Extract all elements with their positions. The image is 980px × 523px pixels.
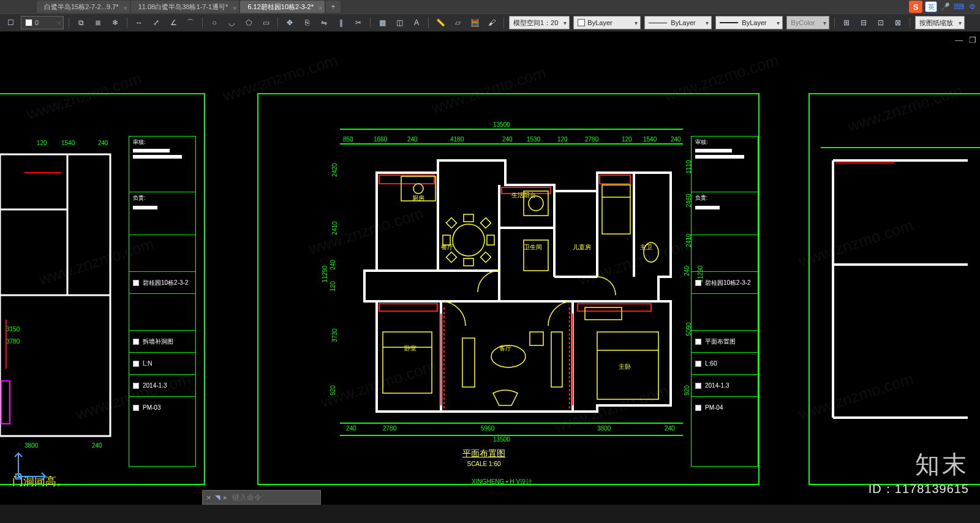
close-icon[interactable]: × xyxy=(318,2,322,15)
paint-icon[interactable]: 🖌 xyxy=(485,16,499,29)
combo-value: ByLayer xyxy=(671,19,695,26)
tab-label: 白鹭半岛15栋2-7-2...9.7* xyxy=(44,3,119,10)
tab-label: 11.08白鹭半岛38栋1-7-1通可* xyxy=(138,3,228,10)
dim: 5960 xyxy=(481,425,494,432)
mirror-icon[interactable]: ⇋ xyxy=(317,16,331,29)
layer-freeze-icon[interactable]: ❄ xyxy=(108,16,122,29)
svg-rect-6 xyxy=(1,381,10,424)
dim: 850 xyxy=(343,136,353,143)
tb-label: 平面布置图 xyxy=(705,337,736,346)
ime-voice-icon[interactable]: 🎤 xyxy=(940,1,951,12)
close-icon[interactable]: × xyxy=(124,2,127,15)
hatch-icon[interactable]: ▦ xyxy=(375,16,389,29)
dim: 3150 xyxy=(6,326,20,333)
dim: 2780 xyxy=(585,136,598,143)
dim: 13500 xyxy=(493,436,510,443)
move-icon[interactable]: ✥ xyxy=(283,16,296,29)
cmd-close-icon[interactable]: × xyxy=(206,493,211,502)
drawing-canvas[interactable]: — ❐ www.znzmo.com www.znzmo.com www.znzm… xyxy=(0,32,980,505)
sogou-icon[interactable]: S xyxy=(909,1,922,13)
svg-rect-21 xyxy=(379,304,437,311)
rectangle-icon[interactable]: ▭ xyxy=(259,16,273,29)
combo-value: ByLayer xyxy=(587,19,612,26)
lineweight-combo[interactable]: ByLayer xyxy=(715,16,783,29)
tb-label: L:60 xyxy=(705,360,717,367)
tool-a-icon[interactable]: ⊞ xyxy=(840,16,853,29)
tool-b-icon[interactable]: ⊟ xyxy=(857,16,870,29)
titleblock-center: 审核: 负责: 碧桂园10栋2-3-2 平面布置图 L:60 2014-1.3 … xyxy=(691,136,758,467)
plan-right xyxy=(821,136,968,454)
combo-value: ByColor xyxy=(791,19,815,26)
dim-total-w: 13500 xyxy=(493,121,510,128)
dim: 3800 xyxy=(24,442,38,449)
dim-aligned-icon[interactable]: ⤢ xyxy=(149,16,163,29)
ucs-icon xyxy=(13,451,50,481)
cmd-recent-icon[interactable]: ◥ xyxy=(215,494,220,502)
svg-point-27 xyxy=(453,224,484,256)
tab-doc-2[interactable]: 11.08白鹭半岛38栋1-7-1通可*× xyxy=(131,1,239,13)
room-dining: 餐厅 xyxy=(441,243,453,252)
tb-label: 2014-1.3 xyxy=(143,382,167,389)
zoom-combo[interactable]: 按图纸缩放 xyxy=(915,16,965,29)
trim-icon[interactable]: ✂ xyxy=(352,16,365,29)
bycolor-combo[interactable]: ByColor xyxy=(786,16,829,29)
dim: 240 xyxy=(407,136,418,143)
combo-value: 模型空间1：20 xyxy=(513,18,558,28)
dim: 3780 xyxy=(6,338,20,345)
scale-combo[interactable]: 模型空间1：20 xyxy=(509,16,570,29)
layer-0-combo[interactable]: 0 xyxy=(21,16,64,29)
dim-linear-icon[interactable]: ↔ xyxy=(132,16,146,29)
dim: 4180 xyxy=(450,136,464,143)
dim: 1530 xyxy=(527,136,540,143)
layer-manager-icon[interactable]: ⧉ xyxy=(74,16,88,29)
dim: 1660 xyxy=(374,136,387,143)
ime-settings-icon[interactable]: ⚙ xyxy=(967,1,978,12)
close-icon[interactable]: × xyxy=(233,2,237,15)
svg-rect-28 xyxy=(464,214,473,222)
dim: 920 xyxy=(330,385,336,396)
dim: 240 xyxy=(92,442,102,449)
circle-icon[interactable]: ○ xyxy=(208,16,221,29)
copy-icon[interactable]: ⎘ xyxy=(300,16,314,29)
new-tab-button[interactable]: + xyxy=(326,1,341,13)
svg-rect-46 xyxy=(530,332,543,345)
offset-icon[interactable]: ‖ xyxy=(334,16,348,29)
text-icon[interactable]: A xyxy=(410,16,423,29)
dim-angular-icon[interactable]: ∠ xyxy=(167,16,180,29)
dim: 240 xyxy=(671,136,681,143)
dim-radius-icon[interactable]: ⌒ xyxy=(184,16,197,29)
dim: 240 xyxy=(98,140,108,146)
linetype-combo[interactable]: ByLayer xyxy=(644,16,712,29)
layer-color-combo[interactable]: ByLayer xyxy=(573,16,641,29)
restore-button[interactable]: ❐ xyxy=(969,36,976,45)
command-bar: × ◥ ▸ xyxy=(202,490,321,505)
tab-doc-3[interactable]: 6.12碧桂园10栋2-3-2*× xyxy=(240,1,325,13)
tool-d-icon[interactable]: ⊠ xyxy=(891,16,905,29)
block-icon[interactable]: ◫ xyxy=(393,16,406,29)
checkbox-toggle[interactable]: ☐ xyxy=(4,16,17,29)
measure-icon[interactable]: 📏 xyxy=(434,16,447,29)
svg-point-37 xyxy=(413,184,423,194)
ime-lang[interactable]: 英 xyxy=(925,1,937,12)
layer-states-icon[interactable]: ≣ xyxy=(91,16,105,29)
combo-value: ByLayer xyxy=(742,19,766,26)
document-tabs: 白鹭半岛15栋2-7-2...9.7*× 11.08白鹭半岛38栋1-7-1通可… xyxy=(0,0,980,13)
polygon-icon[interactable]: ⬠ xyxy=(242,16,255,29)
tb-label: 拆墙补洞图 xyxy=(143,337,173,346)
tool-c-icon[interactable]: ⊡ xyxy=(874,16,888,29)
titleblock-left: 审核: 负责: 碧桂园10栋2-3-2 拆墙补洞图 L:N 2014-1.3 P… xyxy=(129,136,196,467)
tb-label: 2014-1.3 xyxy=(705,382,729,389)
command-input[interactable] xyxy=(231,492,317,502)
ime-bar: S 英 🎤 ⌨ ⚙ xyxy=(909,0,978,14)
room-mbath: 主卫 xyxy=(640,243,652,252)
main-toolbar: ☐ 0 ⧉ ≣ ❄ ↔ ⤢ ∠ ⌒ ○ ◡ ⬠ ▭ ✥ ⎘ ⇋ ‖ ✂ ▦ ◫ … xyxy=(0,13,980,32)
minimize-button[interactable]: — xyxy=(955,36,963,45)
area-icon[interactable]: ▱ xyxy=(451,16,464,29)
plan-scale: SCALE 1:60 xyxy=(462,461,505,467)
calculator-icon[interactable]: 🧮 xyxy=(468,16,481,29)
combo-value: 0 xyxy=(35,19,39,26)
arc-icon[interactable]: ◡ xyxy=(225,16,238,29)
svg-rect-20 xyxy=(600,175,630,184)
tab-doc-1[interactable]: 白鹭半岛15栋2-7-2...9.7*× xyxy=(37,1,130,13)
ime-keyboard-icon[interactable]: ⌨ xyxy=(953,1,964,12)
